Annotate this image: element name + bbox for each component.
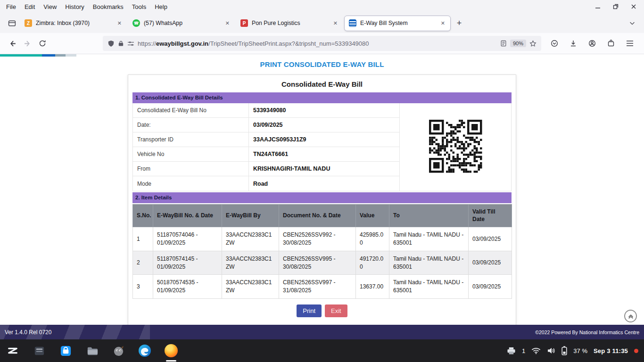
detail-value: 33AAJCS0953J1Z9 bbox=[249, 132, 400, 147]
forward-button[interactable] bbox=[20, 36, 35, 51]
url-host: ewaybillgst.gov.in bbox=[156, 40, 208, 47]
detail-value: KRISHNAGIRI-TAMIL NADU bbox=[249, 162, 400, 176]
items-cell: 3 bbox=[133, 275, 153, 299]
items-table: S.No.E-WayBill No. & DateE-WayBill ByDoc… bbox=[132, 204, 512, 299]
taskbar: 1 37 % Sep 3 11:35 bbox=[0, 339, 644, 362]
detail-label: Consolidated E-Way Bill No bbox=[133, 103, 249, 117]
software-store-icon[interactable] bbox=[58, 344, 73, 358]
downloads-icon[interactable] bbox=[566, 36, 581, 51]
detail-label: Mode bbox=[133, 176, 249, 191]
menu-file[interactable]: File bbox=[2, 2, 20, 12]
tab-close-icon[interactable]: ✕ bbox=[223, 19, 232, 27]
menu-help[interactable]: Help bbox=[150, 2, 172, 12]
items-cell: 511870574145 - 01/09/2025 bbox=[153, 251, 222, 275]
tab-close-icon[interactable]: ✕ bbox=[115, 19, 124, 27]
system-tray: 1 37 % Sep 3 11:35 bbox=[507, 346, 638, 355]
account-icon[interactable] bbox=[585, 36, 600, 51]
list-all-tabs-button[interactable] bbox=[625, 16, 639, 30]
detail-label: Vehicle No bbox=[133, 147, 249, 161]
detail-value: 03/09/2025 bbox=[249, 118, 400, 132]
edge-icon[interactable] bbox=[138, 344, 152, 358]
detail-value: 5339349080 bbox=[249, 103, 400, 117]
printer-indicator-icon[interactable] bbox=[507, 347, 516, 355]
scroll-to-top-button[interactable] bbox=[624, 310, 637, 322]
tracking-shield-icon[interactable] bbox=[107, 40, 115, 47]
items-cell: CBEN2526SSV992 - 30/08/2025 bbox=[279, 227, 356, 251]
items-header-cell: Value bbox=[356, 205, 389, 227]
files-icon[interactable] bbox=[85, 344, 99, 358]
detail-row: Date:03/09/2025 bbox=[133, 118, 400, 132]
minimize-button[interactable] bbox=[595, 4, 601, 9]
tab-ponpure[interactable]: PPon Pure Logistics✕ bbox=[236, 16, 343, 31]
detail-label: Date: bbox=[133, 118, 249, 132]
tab-close-icon[interactable]: ✕ bbox=[331, 19, 340, 27]
details-rows: Consolidated E-Way Bill No5339349080Date… bbox=[133, 103, 400, 191]
tab-label: Zimbra: Inbox (3970) bbox=[36, 20, 111, 26]
menu-edit[interactable]: Edit bbox=[20, 2, 39, 12]
menu-tools[interactable]: Tools bbox=[128, 2, 150, 12]
restore-button[interactable] bbox=[613, 4, 619, 9]
close-button[interactable] bbox=[631, 4, 636, 9]
pocket-icon[interactable] bbox=[547, 36, 562, 51]
volume-icon[interactable] bbox=[547, 347, 555, 354]
url-text[interactable]: https://ewaybillgst.gov.in/TripSheet/Tri… bbox=[138, 40, 497, 47]
zorin-menu-button[interactable] bbox=[6, 344, 20, 358]
extensions-icon[interactable] bbox=[603, 36, 619, 51]
toolbar-right bbox=[545, 36, 639, 51]
detail-row: Vehicle NoTN24AT6661 bbox=[133, 147, 400, 162]
url-scheme: https:// bbox=[138, 40, 156, 47]
items-header-cell: E-WayBill No. & Date bbox=[153, 205, 222, 227]
wifi-icon[interactable] bbox=[531, 347, 541, 354]
menu-history[interactable]: History bbox=[61, 2, 88, 12]
browser-viewport: PRINT CONSOLIDATED E-WAY BILL Consolidat… bbox=[0, 54, 644, 339]
detail-row: ModeRoad bbox=[133, 176, 400, 191]
gimp-icon[interactable] bbox=[111, 344, 125, 358]
items-cell: 491720.00 bbox=[356, 251, 389, 275]
back-button[interactable] bbox=[5, 36, 20, 51]
reload-button[interactable] bbox=[35, 36, 50, 51]
firefox-view-button[interactable] bbox=[5, 16, 19, 30]
clock[interactable]: Sep 3 11:35 bbox=[594, 347, 628, 354]
zoom-level-chip[interactable]: 90% bbox=[510, 40, 526, 47]
screen: FileEditViewHistoryBookmarksToolsHelp ZZ… bbox=[0, 0, 644, 362]
tab-whatsapp[interactable]: ☎(57) WhatsApp✕ bbox=[128, 16, 235, 31]
battery-percent: 37 % bbox=[573, 347, 587, 354]
new-tab-button[interactable]: + bbox=[452, 16, 466, 30]
items-cell: 33AACCN2383C1ZW bbox=[222, 275, 279, 299]
lock-icon[interactable] bbox=[118, 40, 124, 47]
tab-zimbra[interactable]: ZZimbra: Inbox (3970)✕ bbox=[20, 16, 127, 31]
permissions-icon[interactable] bbox=[127, 41, 134, 47]
eway-favicon bbox=[349, 19, 356, 27]
bookmark-star-icon[interactable] bbox=[529, 40, 537, 47]
battery-icon[interactable] bbox=[561, 346, 567, 355]
url-bar[interactable]: https://ewaybillgst.gov.in/TripSheet/Tri… bbox=[103, 36, 541, 51]
print-button[interactable]: Print bbox=[297, 304, 322, 317]
menu-button[interactable] bbox=[622, 36, 637, 51]
tab-label: E-Way Bill System bbox=[360, 20, 435, 26]
ponpure-favicon: P bbox=[240, 19, 248, 27]
items-cell: 2 bbox=[133, 251, 153, 275]
detail-label: From bbox=[133, 162, 249, 176]
items-cell: 501870574535 - 01/09/2025 bbox=[153, 275, 222, 299]
exit-button[interactable]: Exit bbox=[325, 304, 347, 317]
whatsapp-favicon: ☎ bbox=[132, 19, 140, 27]
menu-bookmarks[interactable]: Bookmarks bbox=[89, 2, 128, 12]
items-cell: CBEN2526SSV997 - 31/08/2025 bbox=[279, 275, 356, 299]
items-cell: 1 bbox=[133, 227, 153, 251]
firefox-icon[interactable] bbox=[164, 344, 178, 358]
url-path: /TripSheet/TripSheetPrint.aspx?&tripsht_… bbox=[208, 40, 369, 47]
tab-eway[interactable]: E-Way Bill System✕ bbox=[344, 16, 451, 31]
detail-row: Consolidated E-Way Bill No5339349080 bbox=[133, 103, 400, 118]
menu-view[interactable]: View bbox=[39, 2, 61, 12]
tab-close-icon[interactable]: ✕ bbox=[438, 19, 447, 27]
menus: FileEditViewHistoryBookmarksToolsHelp bbox=[2, 2, 172, 12]
eway-bill-card: Consolidated E-Way Bill 1. Consolidated … bbox=[128, 74, 516, 325]
reader-view-icon[interactable] bbox=[500, 40, 507, 47]
items-row: 2511870574145 - 01/09/202533AACCN2383C1Z… bbox=[133, 251, 512, 275]
printer-count: 1 bbox=[522, 347, 525, 354]
menu-bar: FileEditViewHistoryBookmarksToolsHelp bbox=[0, 0, 644, 13]
tab-label: Pon Pure Logistics bbox=[252, 20, 327, 26]
section-items-header: 2. Item Details bbox=[132, 192, 512, 203]
tab-label: (57) WhatsApp bbox=[144, 20, 219, 26]
file-manager-icon[interactable] bbox=[32, 344, 46, 358]
